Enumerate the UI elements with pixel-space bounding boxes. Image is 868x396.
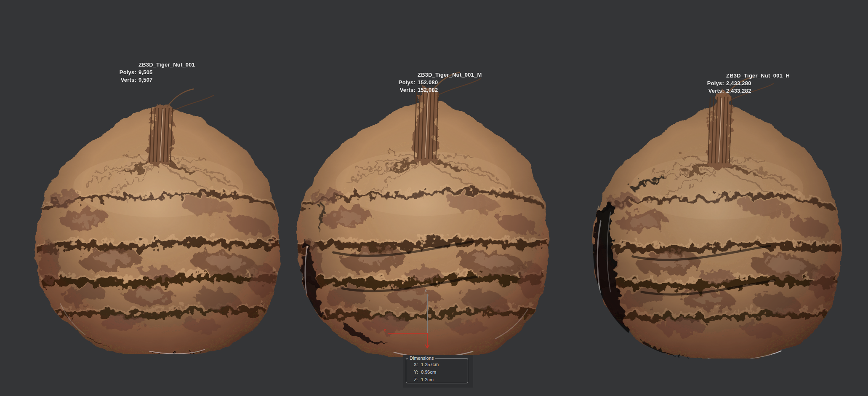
dim-z-label: Z: [411,376,418,383]
verts-value: 2,433,282 [726,87,790,95]
dimensions-title: Dimensions [408,356,435,361]
dim-x-label: X: [411,361,418,368]
verts-value: 152,082 [418,86,482,94]
dim-x-value: 1.257cm [421,361,439,368]
verts-value: 9,507 [138,76,195,84]
polys-label: Polys: [118,69,136,76]
dimension-row-x: X: 1.257cm [406,361,468,368]
verts-label: Verts: [118,76,136,84]
polys-value: 152,080 [418,79,482,86]
model-name: ZB3D_Tiger_Nut_001_H [726,72,790,80]
z-axis-label: z [425,287,427,292]
x-axis-line [388,333,427,348]
dimension-row-y: Y: 0.96cm [406,368,468,376]
polys-value: 9,505 [138,69,195,76]
model-name: ZB3D_Tiger_Nut_001_M [418,71,482,79]
3d-viewport[interactable]: ZB3D_Tiger_Nut_001 Polys: 9,505 Verts: 9… [0,0,868,396]
model-info-mid: ZB3D_Tiger_Nut_001_M Polys: 152,080 Vert… [397,71,482,94]
verts-label: Verts: [706,87,724,95]
polys-label: Polys: [397,79,415,86]
dim-y-label: Y: [411,368,418,376]
model-name: ZB3D_Tiger_Nut_001 [138,61,195,69]
axis-gizmo[interactable]: z x [377,283,440,355]
model-object-high-poly[interactable] [567,75,867,359]
model-info-high: ZB3D_Tiger_Nut_001_H Polys: 2,433,280 Ve… [706,72,790,95]
polys-label: Polys: [706,80,724,87]
dim-y-value: 0.96cm [421,368,436,376]
dimensions-panel: Dimensions X: 1.257cm Y: 0.96cm Z: 1.2cm [403,355,473,388]
model-object-low-poly[interactable] [16,75,301,354]
dimension-row-z: Z: 1.2cm [406,376,468,383]
dim-z-value: 1.2cm [421,376,434,383]
polys-value: 2,433,280 [726,80,790,87]
x-axis-label: x [384,327,386,332]
model-info-low: ZB3D_Tiger_Nut_001 Polys: 9,505 Verts: 9… [118,61,195,84]
dimensions-groupbox: Dimensions X: 1.257cm Y: 0.96cm Z: 1.2cm [406,356,468,383]
verts-label: Verts: [397,86,415,94]
